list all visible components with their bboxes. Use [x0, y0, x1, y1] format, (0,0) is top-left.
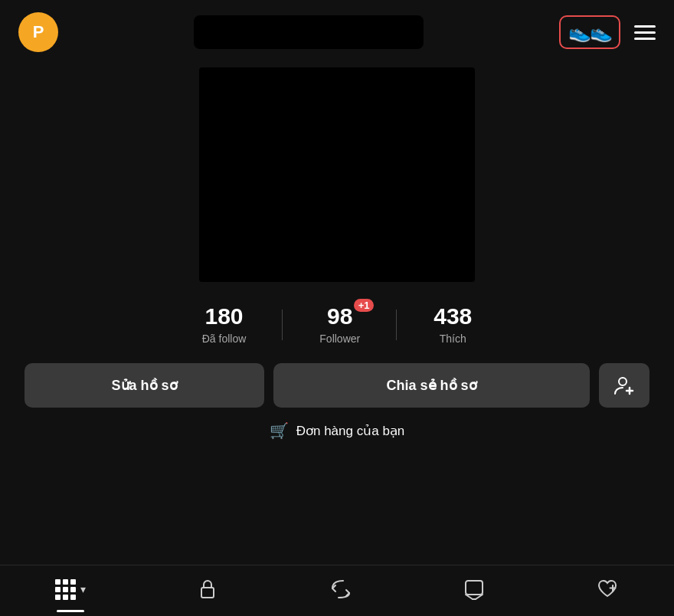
header-center	[58, 15, 559, 49]
order-row[interactable]: 🛒 Đơn hàng của bạn	[0, 421, 674, 440]
stat-followers[interactable]: 98 +1 Follower	[283, 303, 397, 345]
repost-icon	[329, 578, 352, 601]
following-count: 180	[204, 303, 243, 329]
stat-following[interactable]: 180 Đã follow	[165, 303, 283, 345]
share-profile-button[interactable]: Chia sẻ hồ sơ	[273, 363, 590, 408]
edit-profile-button[interactable]: Sửa hồ sơ	[25, 363, 264, 408]
avatar[interactable]: P	[18, 12, 58, 52]
header: P 👟👟	[0, 0, 674, 64]
stat-likes[interactable]: 438 Thích	[397, 303, 509, 345]
likes-label: Thích	[440, 333, 466, 345]
tagged-icon	[463, 578, 486, 601]
buttons-row: Sửa hồ sơ Chia sẻ hồ sơ	[0, 363, 674, 408]
cart-icon: 🛒	[270, 421, 289, 440]
add-friend-button[interactable]	[599, 363, 649, 408]
followers-label: Follower	[319, 333, 360, 345]
nav-item-grid[interactable]: ▾	[55, 579, 86, 600]
nav-item-repost[interactable]	[329, 578, 352, 601]
stats-row: 180 Đã follow 98 +1 Follower 438 Thích	[0, 303, 674, 345]
following-label: Đã follow	[202, 333, 247, 345]
grid-icon: ▾	[55, 579, 86, 600]
add-friend-icon	[613, 374, 636, 397]
username-bar	[194, 15, 424, 49]
nav-item-tagged[interactable]	[463, 578, 486, 601]
svg-rect-3	[201, 588, 214, 598]
grid-dropdown-icon: ▾	[80, 583, 86, 595]
followers-badge: +1	[354, 299, 375, 312]
footprint-button[interactable]: 👟👟	[559, 15, 620, 49]
nav-item-private[interactable]	[196, 578, 219, 601]
lock-icon	[196, 578, 219, 601]
liked-icon	[596, 578, 619, 601]
followers-count: 98 +1	[327, 303, 352, 329]
svg-point-0	[619, 378, 627, 385]
order-text: Đơn hàng của bạn	[296, 423, 405, 439]
header-right: 👟👟	[559, 15, 656, 49]
cover-area	[0, 67, 674, 282]
bottom-nav: ▾	[0, 565, 674, 616]
likes-count: 438	[434, 303, 472, 329]
svg-rect-4	[466, 581, 483, 595]
nav-item-liked[interactable]	[596, 578, 619, 601]
profile-cover-image	[199, 67, 475, 282]
footprint-icon: 👟👟	[568, 21, 611, 43]
hamburger-button[interactable]	[634, 25, 656, 40]
